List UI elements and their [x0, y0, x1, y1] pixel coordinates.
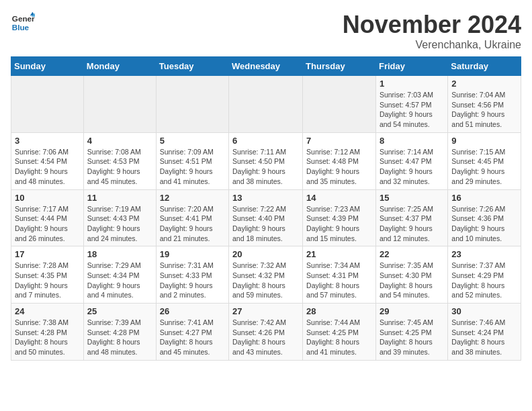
- day-info: Sunrise: 7:32 AM Sunset: 4:32 PM Dayligh…: [232, 261, 299, 300]
- calendar-cell: 11Sunrise: 7:19 AM Sunset: 4:43 PM Dayli…: [83, 189, 156, 246]
- calendar-cell: 18Sunrise: 7:29 AM Sunset: 4:34 PM Dayli…: [83, 246, 156, 304]
- location-subtitle: Verenchanka, Ukraine: [343, 39, 521, 51]
- weekday-header-wednesday: Wednesday: [229, 57, 303, 76]
- day-info: Sunrise: 7:29 AM Sunset: 4:34 PM Dayligh…: [87, 261, 152, 300]
- calendar-cell: 8Sunrise: 7:14 AM Sunset: 4:47 PM Daylig…: [375, 132, 447, 189]
- day-number: 18: [87, 249, 152, 259]
- day-number: 16: [451, 193, 517, 203]
- weekday-header-row: SundayMondayTuesdayWednesdayThursdayFrid…: [11, 57, 521, 76]
- day-info: Sunrise: 7:26 AM Sunset: 4:36 PM Dayligh…: [451, 204, 517, 244]
- day-number: 2: [451, 79, 517, 89]
- day-info: Sunrise: 7:41 AM Sunset: 4:27 PM Dayligh…: [160, 318, 225, 357]
- day-number: 9: [451, 136, 517, 146]
- day-number: 28: [306, 306, 372, 316]
- month-title: November 2024: [343, 11, 521, 39]
- day-number: 3: [15, 136, 80, 146]
- day-info: Sunrise: 7:14 AM Sunset: 4:47 PM Dayligh…: [380, 147, 444, 187]
- day-number: 1: [380, 79, 444, 89]
- week-row-5: 24Sunrise: 7:38 AM Sunset: 4:28 PM Dayli…: [11, 304, 521, 361]
- weekday-header-sunday: Sunday: [11, 57, 84, 76]
- day-info: Sunrise: 7:08 AM Sunset: 4:53 PM Dayligh…: [87, 147, 152, 187]
- week-row-4: 17Sunrise: 7:28 AM Sunset: 4:35 PM Dayli…: [11, 246, 521, 304]
- calendar-cell: [156, 76, 228, 133]
- day-info: Sunrise: 7:09 AM Sunset: 4:51 PM Dayligh…: [160, 147, 225, 187]
- day-info: Sunrise: 7:04 AM Sunset: 4:56 PM Dayligh…: [451, 90, 517, 130]
- day-number: 23: [451, 249, 517, 259]
- day-info: Sunrise: 7:20 AM Sunset: 4:41 PM Dayligh…: [160, 204, 225, 244]
- day-number: 13: [232, 193, 299, 203]
- calendar-cell: 1Sunrise: 7:03 AM Sunset: 4:57 PM Daylig…: [375, 76, 447, 133]
- day-number: 26: [160, 306, 225, 316]
- calendar-cell: 2Sunrise: 7:04 AM Sunset: 4:56 PM Daylig…: [448, 76, 521, 133]
- day-number: 7: [306, 136, 372, 146]
- day-number: 24: [15, 306, 80, 316]
- day-number: 12: [160, 193, 225, 203]
- week-row-3: 10Sunrise: 7:17 AM Sunset: 4:44 PM Dayli…: [11, 189, 521, 246]
- day-number: 19: [160, 249, 225, 259]
- logo-icon: General Blue: [11, 11, 35, 35]
- day-number: 11: [87, 193, 152, 203]
- calendar-cell: 14Sunrise: 7:23 AM Sunset: 4:39 PM Dayli…: [303, 189, 376, 246]
- week-row-2: 3Sunrise: 7:06 AM Sunset: 4:54 PM Daylig…: [11, 132, 521, 189]
- calendar-cell: [229, 76, 303, 133]
- page-header: General Blue November 2024 Verenchanka, …: [11, 11, 521, 51]
- calendar-cell: 10Sunrise: 7:17 AM Sunset: 4:44 PM Dayli…: [11, 189, 84, 246]
- day-number: 30: [451, 306, 517, 316]
- day-info: Sunrise: 7:03 AM Sunset: 4:57 PM Dayligh…: [380, 90, 444, 130]
- calendar-cell: [303, 76, 376, 133]
- day-info: Sunrise: 7:12 AM Sunset: 4:48 PM Dayligh…: [306, 147, 372, 187]
- calendar-cell: 23Sunrise: 7:37 AM Sunset: 4:29 PM Dayli…: [448, 246, 521, 304]
- calendar-cell: 22Sunrise: 7:35 AM Sunset: 4:30 PM Dayli…: [375, 246, 447, 304]
- weekday-header-tuesday: Tuesday: [156, 57, 228, 76]
- day-number: 20: [232, 249, 299, 259]
- calendar-cell: 4Sunrise: 7:08 AM Sunset: 4:53 PM Daylig…: [83, 132, 156, 189]
- calendar-cell: [83, 76, 156, 133]
- day-info: Sunrise: 7:31 AM Sunset: 4:33 PM Dayligh…: [160, 261, 225, 300]
- weekday-header-thursday: Thursday: [303, 57, 376, 76]
- day-info: Sunrise: 7:17 AM Sunset: 4:44 PM Dayligh…: [15, 204, 80, 244]
- day-number: 29: [380, 306, 444, 316]
- day-info: Sunrise: 7:28 AM Sunset: 4:35 PM Dayligh…: [15, 261, 80, 300]
- calendar-cell: 3Sunrise: 7:06 AM Sunset: 4:54 PM Daylig…: [11, 132, 84, 189]
- day-info: Sunrise: 7:23 AM Sunset: 4:39 PM Dayligh…: [306, 204, 372, 244]
- day-info: Sunrise: 7:11 AM Sunset: 4:50 PM Dayligh…: [232, 147, 299, 187]
- day-number: 8: [380, 136, 444, 146]
- day-number: 5: [160, 136, 225, 146]
- calendar-cell: 27Sunrise: 7:42 AM Sunset: 4:26 PM Dayli…: [229, 304, 303, 361]
- day-info: Sunrise: 7:44 AM Sunset: 4:25 PM Dayligh…: [306, 318, 372, 357]
- day-info: Sunrise: 7:46 AM Sunset: 4:24 PM Dayligh…: [451, 318, 517, 357]
- calendar-cell: 30Sunrise: 7:46 AM Sunset: 4:24 PM Dayli…: [448, 304, 521, 361]
- day-number: 6: [232, 136, 299, 146]
- calendar-cell: 25Sunrise: 7:39 AM Sunset: 4:28 PM Dayli…: [83, 304, 156, 361]
- day-number: 22: [380, 249, 444, 259]
- day-info: Sunrise: 7:15 AM Sunset: 4:45 PM Dayligh…: [451, 147, 517, 187]
- day-number: 21: [306, 249, 372, 259]
- day-number: 27: [232, 306, 299, 316]
- calendar-cell: 17Sunrise: 7:28 AM Sunset: 4:35 PM Dayli…: [11, 246, 84, 304]
- calendar-cell: 26Sunrise: 7:41 AM Sunset: 4:27 PM Dayli…: [156, 304, 228, 361]
- calendar-cell: 13Sunrise: 7:22 AM Sunset: 4:40 PM Dayli…: [229, 189, 303, 246]
- day-number: 25: [87, 306, 152, 316]
- day-info: Sunrise: 7:45 AM Sunset: 4:25 PM Dayligh…: [380, 318, 444, 357]
- day-number: 17: [15, 249, 80, 259]
- calendar-cell: 15Sunrise: 7:25 AM Sunset: 4:37 PM Dayli…: [375, 189, 447, 246]
- calendar-cell: 28Sunrise: 7:44 AM Sunset: 4:25 PM Dayli…: [303, 304, 376, 361]
- calendar-cell: 9Sunrise: 7:15 AM Sunset: 4:45 PM Daylig…: [448, 132, 521, 189]
- calendar-cell: 16Sunrise: 7:26 AM Sunset: 4:36 PM Dayli…: [448, 189, 521, 246]
- day-info: Sunrise: 7:39 AM Sunset: 4:28 PM Dayligh…: [87, 318, 152, 357]
- week-row-1: 1Sunrise: 7:03 AM Sunset: 4:57 PM Daylig…: [11, 76, 521, 133]
- weekday-header-saturday: Saturday: [448, 57, 521, 76]
- title-section: November 2024 Verenchanka, Ukraine: [343, 11, 521, 51]
- day-info: Sunrise: 7:37 AM Sunset: 4:29 PM Dayligh…: [451, 261, 517, 300]
- calendar-cell: 20Sunrise: 7:32 AM Sunset: 4:32 PM Dayli…: [229, 246, 303, 304]
- day-info: Sunrise: 7:42 AM Sunset: 4:26 PM Dayligh…: [232, 318, 299, 357]
- weekday-header-friday: Friday: [375, 57, 447, 76]
- day-number: 14: [306, 193, 372, 203]
- day-info: Sunrise: 7:22 AM Sunset: 4:40 PM Dayligh…: [232, 204, 299, 244]
- calendar-cell: [11, 76, 84, 133]
- calendar-cell: 7Sunrise: 7:12 AM Sunset: 4:48 PM Daylig…: [303, 132, 376, 189]
- day-number: 4: [87, 136, 152, 146]
- day-number: 10: [15, 193, 80, 203]
- calendar-cell: 24Sunrise: 7:38 AM Sunset: 4:28 PM Dayli…: [11, 304, 84, 361]
- calendar-cell: 29Sunrise: 7:45 AM Sunset: 4:25 PM Dayli…: [375, 304, 447, 361]
